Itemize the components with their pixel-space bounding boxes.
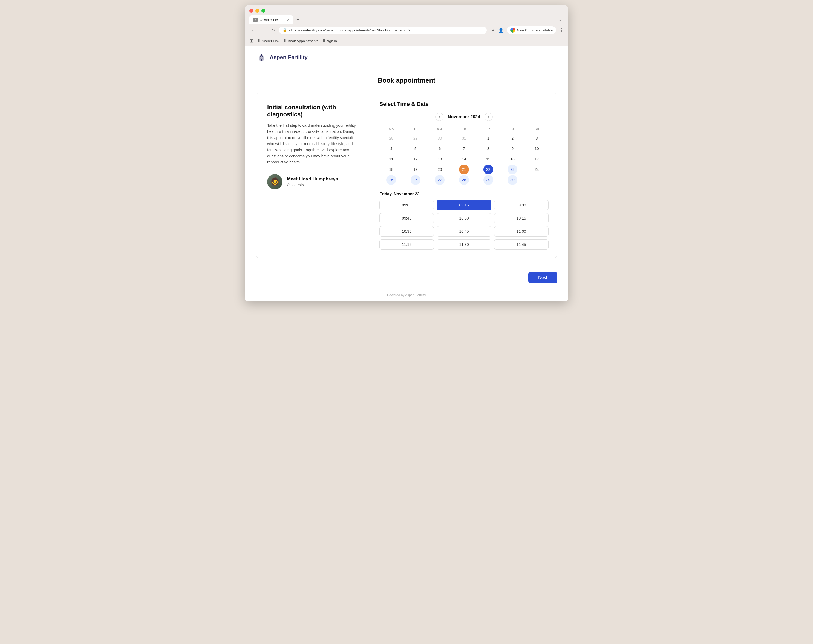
tab-close-btn[interactable]: ×	[287, 17, 289, 22]
cal-day-29[interactable]: 29	[484, 175, 493, 185]
next-button[interactable]: Next	[528, 272, 557, 284]
cal-prev-btn[interactable]: ‹	[435, 113, 444, 121]
cal-day-30[interactable]: 30	[507, 175, 518, 185]
cal-day-11[interactable]: 11	[386, 154, 396, 164]
cal-day-header: Fr	[476, 126, 500, 133]
chrome-icon	[510, 28, 515, 32]
logo-icon	[256, 52, 267, 63]
cal-day-28[interactable]: 28	[386, 133, 396, 143]
cal-day-25[interactable]: 25	[386, 175, 396, 185]
logo-area: Aspen Fertility	[256, 52, 308, 63]
booking-card: Initial consultation (with diagnostics) …	[256, 92, 557, 258]
time-slot-0930[interactable]: 09:30	[494, 200, 548, 210]
bm-label-1: Secret Link	[262, 39, 280, 43]
cal-day-1[interactable]: 1	[532, 175, 542, 185]
maximize-dot[interactable]	[262, 9, 265, 12]
cal-day-20[interactable]: 20	[435, 164, 444, 175]
time-slot-1000[interactable]: 10:00	[436, 213, 491, 224]
selected-date-label: Friday, November 22	[380, 192, 548, 196]
cal-day-18[interactable]: 18	[386, 164, 396, 175]
cal-day-16[interactable]: 16	[507, 154, 518, 164]
bm-label-3: sign in	[326, 39, 337, 43]
cal-day-27[interactable]: 27	[435, 175, 444, 185]
page-content: Aspen Fertility Book appointment Initial…	[245, 46, 568, 302]
cal-header: ‹ November 2024 ›	[380, 113, 548, 121]
star-icon[interactable]: ★	[491, 28, 495, 33]
bookmark-book-appointments[interactable]: ⠿ Book Appointments	[284, 39, 318, 43]
cal-day-13[interactable]: 13	[435, 154, 444, 164]
cal-day-30[interactable]: 30	[435, 133, 444, 143]
right-panel: Select Time & Date ‹ November 2024 › MoT…	[371, 93, 557, 258]
page-footer: Next	[245, 267, 568, 289]
cal-day-7[interactable]: 7	[459, 144, 469, 153]
cal-day-17[interactable]: 17	[532, 154, 542, 164]
time-slot-0900[interactable]: 09:00	[380, 200, 434, 210]
avatar-image: 🧔	[267, 174, 283, 190]
page-title: Book appointment	[256, 77, 557, 84]
apps-icon[interactable]: ⊞	[250, 38, 254, 44]
reload-btn[interactable]: ↻	[269, 26, 277, 34]
clock-icon: ⏱	[287, 183, 291, 187]
cal-day-15[interactable]: 15	[484, 154, 493, 164]
cal-day-26[interactable]: 26	[410, 175, 421, 185]
calendar: ‹ November 2024 › MoTuWeThFrSaSu28293031…	[380, 113, 548, 185]
cal-day-23[interactable]: 23	[507, 164, 518, 175]
service-description: Take the first step toward understanding…	[267, 123, 360, 166]
time-slot-1115[interactable]: 11:15	[380, 239, 434, 250]
cal-day-22[interactable]: 22	[484, 164, 493, 175]
time-slot-0945[interactable]: 09:45	[380, 213, 434, 224]
cal-day-header: Mo	[380, 126, 403, 133]
active-tab[interactable]: w wawa clinic ×	[250, 15, 293, 24]
tab-label: wawa clinic	[260, 18, 278, 22]
cal-day-29[interactable]: 29	[410, 133, 421, 143]
cal-day-8[interactable]: 8	[484, 144, 493, 153]
bm-icon-3: ⠿	[323, 39, 326, 43]
cal-day-1[interactable]: 1	[484, 133, 493, 143]
cal-day-2[interactable]: 2	[507, 133, 518, 143]
close-dot[interactable]	[250, 9, 253, 12]
time-slot-1100[interactable]: 11:00	[494, 226, 548, 236]
cal-day-28[interactable]: 28	[459, 175, 469, 185]
cal-day-31[interactable]: 31	[459, 133, 469, 143]
time-slot-1030[interactable]: 10:30	[380, 226, 434, 236]
cal-day-10[interactable]: 10	[532, 144, 542, 153]
new-tab-btn[interactable]: +	[294, 15, 302, 24]
provider-name: Meet Lloyd Humphreys	[287, 176, 338, 182]
time-slot-1045[interactable]: 10:45	[436, 226, 491, 236]
cal-day-3[interactable]: 3	[532, 133, 542, 143]
time-slot-1145[interactable]: 11:45	[494, 239, 548, 250]
browser-window: w wawa clinic × + ⌄ ← → ↻ 🔒 clinic.wawaf…	[245, 6, 568, 302]
more-icon[interactable]: ⋮	[559, 28, 563, 33]
time-grid: 09:0009:1509:3009:4510:0010:1510:3010:45…	[380, 200, 548, 250]
avatar: 🧔	[267, 174, 283, 190]
cal-day-4[interactable]: 4	[386, 144, 396, 153]
time-slot-1015[interactable]: 10:15	[494, 213, 548, 224]
cal-day-14[interactable]: 14	[459, 154, 469, 164]
bm-label-2: Book Appointments	[288, 39, 318, 43]
cal-day-5[interactable]: 5	[410, 144, 421, 153]
main-content: Book appointment Initial consultation (w…	[245, 69, 568, 267]
cal-day-24[interactable]: 24	[532, 164, 542, 175]
bookmark-secret-link[interactable]: ⠿ Secret Link	[258, 39, 280, 43]
tab-expand-btn[interactable]: ⌄	[556, 16, 563, 23]
profile-icon[interactable]: 👤	[498, 28, 504, 33]
site-footer-text: Powered by Aspen Fertility	[245, 289, 568, 302]
cal-day-19[interactable]: 19	[410, 164, 421, 175]
back-btn[interactable]: ←	[250, 26, 257, 34]
time-slot-0915[interactable]: 09:15	[436, 200, 491, 210]
cal-day-21[interactable]: 21	[459, 164, 469, 175]
cal-next-btn[interactable]: ›	[484, 113, 493, 121]
new-chrome-btn[interactable]: New Chrome available	[507, 26, 556, 34]
forward-btn[interactable]: →	[259, 26, 267, 34]
cal-day-9[interactable]: 9	[507, 144, 518, 153]
cal-grid: MoTuWeThFrSaSu28293031123456789101112131…	[380, 126, 548, 185]
cal-day-12[interactable]: 12	[410, 154, 421, 164]
cal-day-6[interactable]: 6	[435, 144, 444, 153]
cal-day-header: Tu	[404, 126, 427, 133]
service-title: Initial consultation (with diagnostics)	[267, 104, 360, 118]
new-chrome-label: New Chrome available	[517, 28, 553, 32]
bookmark-sign-in[interactable]: ⠿ sign in	[323, 39, 337, 43]
minimize-dot[interactable]	[256, 9, 259, 12]
address-input[interactable]: 🔒 clinic.wawafertility.com/patient_porta…	[279, 26, 487, 34]
time-slot-1130[interactable]: 11:30	[436, 239, 491, 250]
